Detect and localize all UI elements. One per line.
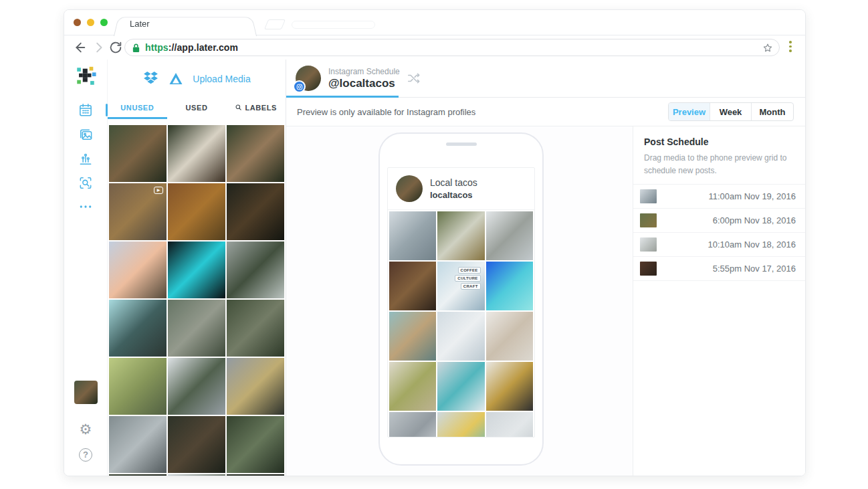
media-tile[interactable] — [227, 183, 284, 240]
media-library-panel: Upload Media UNUSED USED — [108, 60, 286, 476]
later-app: ⚙ ? Upload Media UNUSED — [64, 60, 805, 476]
media-tile[interactable] — [227, 358, 284, 415]
post-schedule-panel: Post Schedule Drag media to the phone pr… — [633, 126, 806, 476]
phone-grid-post[interactable] — [437, 412, 484, 437]
library-tab-label: USED — [186, 104, 208, 112]
media-tile[interactable] — [227, 241, 284, 298]
forward-arrow-icon[interactable] — [91, 40, 106, 55]
view-button[interactable]: Preview — [669, 103, 710, 120]
media-tile[interactable] — [168, 474, 225, 476]
media-tile[interactable] — [227, 416, 284, 473]
media-tile[interactable] — [168, 183, 225, 240]
library-tabs: UNUSED USED LABELS — [108, 98, 286, 119]
scheduled-post-row[interactable]: 6:00pm Nov 18, 2016 — [633, 209, 806, 233]
media-tile[interactable] — [227, 474, 284, 476]
phone-grid-post[interactable] — [486, 262, 533, 310]
library-tab[interactable]: UNUSED — [108, 98, 167, 119]
view-button[interactable]: Month — [752, 103, 793, 120]
media-tile[interactable] — [109, 474, 167, 476]
calendar-icon[interactable] — [78, 102, 94, 118]
media-tile[interactable] — [168, 416, 225, 473]
browser-toolbar: https://app.later.com — [64, 35, 805, 60]
video-badge-icon: ▶ — [154, 187, 163, 194]
page-background: Later https://app.later.com — [0, 0, 868, 489]
zoom-window-button[interactable] — [100, 19, 108, 26]
phone-grid-post[interactable] — [486, 211, 533, 260]
phone-grid-post[interactable]: COFFEECULTURECRAFT — [437, 262, 484, 310]
phone-grid-post[interactable] — [389, 262, 436, 310]
phone-grid-post[interactable] — [389, 211, 436, 260]
url-bar[interactable]: https://app.later.com — [124, 39, 780, 56]
media-tile[interactable] — [168, 358, 225, 415]
profile-text: Instagram Schedule @localtacos — [328, 67, 400, 90]
library-tab-label: UNUSED — [120, 104, 154, 112]
later-logo-icon[interactable] — [74, 65, 97, 88]
preview-notice: Preview is only available for Instagram … — [297, 107, 475, 117]
search-discover-icon[interactable] — [78, 175, 94, 191]
media-tile[interactable] — [109, 300, 167, 357]
more-icon[interactable] — [78, 203, 94, 210]
analytics-icon[interactable] — [78, 151, 94, 167]
url-scheme: https — [145, 42, 169, 53]
media-tile[interactable] — [109, 125, 167, 182]
phone-grid-post[interactable] — [437, 312, 484, 361]
back-arrow-icon[interactable] — [72, 40, 87, 55]
scheduled-post-time: 11:00am Nov 19, 2016 — [657, 191, 796, 201]
phone-grid-post[interactable] — [486, 412, 533, 437]
media-tile[interactable] — [227, 300, 284, 357]
media-library-icon[interactable] — [78, 127, 94, 142]
close-window-button[interactable] — [74, 19, 81, 26]
instagram-preview-grid: COFFEECULTURECRAFT — [388, 210, 534, 437]
profile-handle: @localtacos — [328, 77, 400, 90]
settings-gear-icon[interactable]: ⚙ — [80, 422, 92, 436]
scheduled-post-row[interactable]: 11:00am Nov 19, 2016 — [633, 185, 806, 209]
tabstrip-decoration — [292, 21, 375, 29]
scheduled-post-thumbnail — [640, 213, 657, 227]
schedule-header: Instagram Schedule @localtacos — [286, 60, 805, 98]
upload-media-button[interactable]: Upload Media — [193, 74, 250, 84]
phone-grid-post[interactable] — [389, 412, 436, 437]
library-tab[interactable]: USED — [167, 98, 227, 119]
media-tile[interactable] — [227, 125, 284, 182]
media-tile[interactable]: ▶ — [109, 183, 167, 240]
account-thumbnail[interactable] — [74, 381, 98, 404]
media-tile[interactable] — [168, 241, 225, 298]
phone-grid-post[interactable] — [486, 312, 533, 361]
post-schedule-title: Post Schedule — [644, 136, 796, 147]
avatar[interactable] — [296, 66, 321, 91]
sign-text: COFFEECULTURECRAFT — [455, 267, 480, 290]
phone-grid-post[interactable] — [486, 362, 533, 411]
url-text: https://app.later.com — [145, 42, 238, 53]
scheduled-post-row[interactable]: 5:55pm Nov 17, 2016 — [633, 257, 806, 281]
preview-content: Local tacos localtacos — [286, 126, 805, 476]
phone-preview: Local tacos localtacos — [378, 132, 544, 466]
phone-grid-post[interactable] — [437, 211, 484, 260]
browser-menu-icon[interactable] — [789, 41, 792, 54]
media-tile[interactable] — [109, 241, 167, 298]
refresh-icon[interactable] — [108, 40, 123, 55]
library-header: Upload Media — [108, 60, 286, 98]
post-schedule-list: 11:00am Nov 19, 2016 6:00pm Nov 18, 2016 — [633, 184, 806, 281]
view-button-label: Week — [720, 107, 742, 117]
instagram-names: Local tacos localtacos — [430, 177, 477, 200]
media-tile[interactable] — [109, 416, 167, 473]
scheduled-post-time: 10:10am Nov 18, 2016 — [657, 239, 796, 250]
google-drive-icon[interactable] — [168, 72, 184, 86]
library-tab[interactable]: LABELS — [226, 98, 286, 119]
scheduled-post-row[interactable]: 10:10am Nov 18, 2016 — [633, 233, 806, 257]
shuffle-icon[interactable] — [407, 71, 421, 86]
schedule-type-label: Instagram Schedule — [328, 67, 400, 76]
dropbox-icon[interactable] — [142, 71, 159, 86]
phone-grid-post[interactable] — [389, 362, 436, 411]
view-button[interactable]: Week — [710, 103, 752, 120]
phone-grid-post[interactable] — [389, 312, 436, 361]
media-tile[interactable] — [168, 125, 225, 182]
media-tile[interactable] — [109, 358, 167, 415]
instagram-profile-row: Local tacos localtacos — [388, 168, 534, 210]
minimize-window-button[interactable] — [87, 19, 94, 26]
phone-grid-post[interactable] — [437, 362, 484, 411]
help-icon[interactable]: ? — [79, 448, 92, 462]
media-tile[interactable] — [168, 300, 225, 357]
phone-speaker — [446, 142, 477, 146]
bookmark-star-icon[interactable] — [762, 42, 774, 54]
